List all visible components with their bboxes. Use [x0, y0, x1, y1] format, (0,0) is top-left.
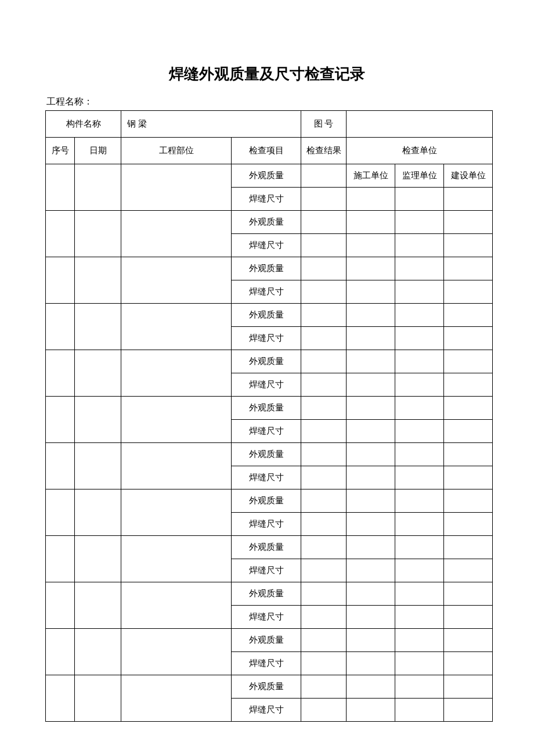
- check-item-cell: 焊缝尺寸: [232, 234, 301, 257]
- check-result-cell: [301, 559, 347, 582]
- unit-construction-cell: [347, 327, 395, 350]
- check-item-cell: 外观质量: [232, 582, 301, 606]
- position-cell: [121, 304, 232, 350]
- unit-owner-cell: [444, 350, 493, 373]
- check-result-cell: [301, 234, 347, 257]
- check-item-cell: 焊缝尺寸: [232, 188, 301, 211]
- unit-supervision-cell: [395, 443, 444, 466]
- check-result-cell: [301, 188, 347, 211]
- unit-supervision-cell: [395, 420, 444, 443]
- unit-supervision-cell: [395, 188, 444, 211]
- check-item-cell: 外观质量: [232, 629, 301, 652]
- check-result-cell: [301, 304, 347, 327]
- table-row: 外观质量: [46, 536, 493, 559]
- unit-owner-cell: [444, 234, 493, 257]
- check-item-cell: 外观质量: [232, 304, 301, 327]
- col-check-unit: 检查单位: [347, 138, 493, 164]
- unit-construction-cell: [347, 513, 395, 536]
- unit-construction-cell: [347, 675, 395, 699]
- unit-construction-cell: [347, 350, 395, 373]
- unit-construction-cell: [347, 536, 395, 559]
- drawing-no-value: [347, 111, 493, 138]
- col-seq: 序号: [46, 138, 75, 164]
- check-item-cell: 焊缝尺寸: [232, 559, 301, 582]
- check-result-cell: [301, 164, 347, 188]
- unit-owner-cell: [444, 397, 493, 420]
- check-item-cell: 焊缝尺寸: [232, 373, 301, 397]
- unit-supervision-cell: [395, 629, 444, 652]
- seq-cell: [46, 675, 75, 722]
- unit-supervision-cell: [395, 211, 444, 234]
- check-result-cell: [301, 327, 347, 350]
- check-item-cell: 外观质量: [232, 350, 301, 373]
- check-result-cell: [301, 420, 347, 443]
- seq-cell: [46, 582, 75, 629]
- check-result-cell: [301, 513, 347, 536]
- unit-owner-cell: [444, 675, 493, 699]
- position-cell: [121, 443, 232, 489]
- unit-construction-cell: [347, 699, 395, 722]
- position-cell: [121, 164, 232, 211]
- seq-cell: [46, 629, 75, 675]
- seq-cell: [46, 536, 75, 582]
- inspection-table: 构件名称 钢 梁 图 号 序号 日期 工程部位 检查项目 检查结果 检查单位 外…: [45, 110, 493, 722]
- unit-supervision-cell: [395, 304, 444, 327]
- check-item-cell: 外观质量: [232, 675, 301, 699]
- unit-owner-cell: [444, 699, 493, 722]
- unit-supervision-cell: [395, 559, 444, 582]
- check-result-cell: [301, 699, 347, 722]
- unit-owner-cell: [444, 582, 493, 606]
- unit-owner-cell: [444, 466, 493, 489]
- check-item-cell: 焊缝尺寸: [232, 420, 301, 443]
- seq-cell: [46, 489, 75, 536]
- unit-construction-cell: [347, 280, 395, 304]
- seq-cell: [46, 443, 75, 489]
- page-title: 焊缝外观质量及尺寸检查记录: [45, 64, 489, 84]
- unit-owner-cell: [444, 606, 493, 629]
- check-item-cell: 外观质量: [232, 397, 301, 420]
- check-item-cell: 外观质量: [232, 257, 301, 280]
- unit-owner-header: 建设单位: [444, 164, 493, 188]
- unit-owner-cell: [444, 443, 493, 466]
- table-row: 外观质量: [46, 629, 493, 652]
- unit-construction-cell: [347, 582, 395, 606]
- check-item-cell: 外观质量: [232, 489, 301, 513]
- unit-supervision-cell: [395, 582, 444, 606]
- seq-cell: [46, 397, 75, 443]
- date-cell: [75, 582, 121, 629]
- unit-construction-cell: [347, 466, 395, 489]
- table-row: 外观质量: [46, 443, 493, 466]
- unit-construction-cell: [347, 606, 395, 629]
- date-cell: [75, 536, 121, 582]
- check-result-cell: [301, 257, 347, 280]
- check-result-cell: [301, 350, 347, 373]
- unit-owner-cell: [444, 257, 493, 280]
- unit-owner-cell: [444, 304, 493, 327]
- check-result-cell: [301, 397, 347, 420]
- unit-construction-cell: [347, 304, 395, 327]
- unit-construction-cell: [347, 559, 395, 582]
- table-row: 外观质量: [46, 350, 493, 373]
- date-cell: [75, 350, 121, 397]
- unit-supervision-cell: [395, 350, 444, 373]
- unit-construction-cell: [347, 420, 395, 443]
- check-result-cell: [301, 280, 347, 304]
- check-result-cell: [301, 606, 347, 629]
- unit-supervision-cell: [395, 606, 444, 629]
- unit-owner-cell: [444, 489, 493, 513]
- date-cell: [75, 397, 121, 443]
- unit-construction-cell: [347, 188, 395, 211]
- table-row: 外观质量: [46, 582, 493, 606]
- unit-construction-cell: [347, 397, 395, 420]
- unit-owner-cell: [444, 280, 493, 304]
- date-cell: [75, 629, 121, 675]
- check-item-cell: 外观质量: [232, 443, 301, 466]
- check-result-cell: [301, 629, 347, 652]
- unit-owner-cell: [444, 420, 493, 443]
- unit-owner-cell: [444, 652, 493, 675]
- check-item-cell: 焊缝尺寸: [232, 699, 301, 722]
- position-cell: [121, 397, 232, 443]
- check-result-cell: [301, 373, 347, 397]
- unit-supervision-cell: [395, 489, 444, 513]
- position-cell: [121, 582, 232, 629]
